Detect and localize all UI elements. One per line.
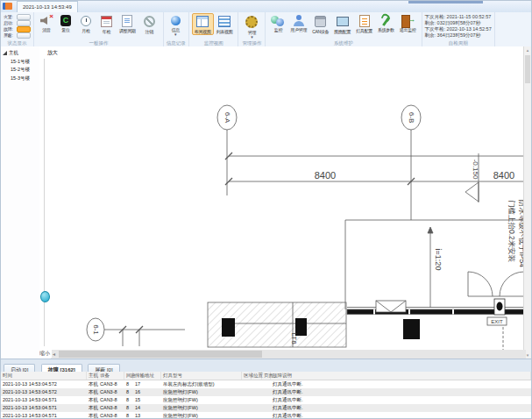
user-management-button[interactable]: 用户管理 [287, 13, 309, 33]
grid-label-6B: 6-B [408, 112, 415, 123]
table-cell: 8 [124, 404, 133, 412]
zoom-in-label: 放大 [47, 49, 58, 57]
table-cell [242, 412, 252, 419]
list-view-icon [218, 16, 231, 27]
level-marker-triangle [465, 182, 479, 202]
group-label: 管理操作 [241, 39, 262, 46]
monthly-check-button[interactable]: 月检 [75, 13, 96, 34]
mute-button[interactable]: 消音 [37, 13, 56, 33]
app-icon [3, 3, 12, 10]
column-header[interactable]: 时间 [1, 372, 87, 380]
monitor-button[interactable]: 监控 [268, 13, 287, 33]
titlebar-accent [408, 1, 483, 4]
table-cell: 本机 [87, 404, 98, 412]
table-row[interactable]: 2021-10-13 14:53:04.572本机CAN3-8816应急照明灯(… [1, 388, 531, 396]
table-cell [252, 412, 262, 419]
column-header[interactable]: 灯具型号 [161, 372, 242, 380]
table-row[interactable]: 2021-10-13 14:53:04.571本机CAN3-8813应急照明灯(… [1, 412, 531, 419]
dimension-left: 8400 [315, 170, 336, 181]
table-cell: 应急照明灯(FW) [161, 396, 242, 404]
column-header[interactable]: 回路 [124, 372, 133, 380]
can-device-button[interactable]: CAN设备 [309, 13, 331, 35]
tree-item-building-3[interactable]: 15-3号楼 [1, 73, 39, 82]
monitor-balls-icon [271, 14, 285, 27]
horizontal-scrollbar-thumb[interactable] [59, 351, 262, 358]
tree-root-host[interactable]: 主机 [1, 46, 39, 56]
status-label: 启动: [4, 20, 15, 25]
speaker-mute-icon [39, 14, 53, 27]
drawing-config-button[interactable]: 图面配置 [331, 13, 353, 35]
horizontal-scrollbar[interactable]: ◂ [51, 350, 526, 359]
tree-item-building-1[interactable]: 15-1号楼 [1, 56, 39, 65]
table-cell: 应急照明灯(FW) [161, 404, 242, 412]
table-row[interactable]: 2021-10-13 14:53:04.571本机CAN3-8815应急照明灯(… [1, 396, 531, 404]
tree-expand-icon[interactable] [3, 51, 7, 55]
table-cell [252, 388, 262, 396]
scroll-left-icon[interactable]: ◂ [53, 351, 55, 357]
vertical-scrollbar[interactable]: ▴ ▾ [523, 46, 531, 359]
exit-monitor-button[interactable]: 退出监控 [397, 13, 419, 33]
table-cell: 15 [133, 396, 161, 404]
ribbon-group-general: 消音 复位 月检 年检 调整周期 注销 一般操作 [34, 12, 164, 46]
column-header[interactable]: 主机 [87, 372, 98, 380]
shield-status-indicator [17, 32, 31, 39]
zoom-slider[interactable] [41, 59, 47, 346]
floorplan-canvas[interactable]: 6-A 6-B 6-1 8400 8400 -0.150 i=1:20 LT6 … [39, 46, 526, 359]
table-cell: 本机 [87, 412, 98, 419]
layout-view-button[interactable]: 布局视图 [192, 13, 214, 35]
dimension-right: 8400 [493, 170, 514, 181]
zoom-slider-thumb[interactable] [40, 291, 50, 302]
column-header[interactable]: 故障说明 [271, 372, 531, 380]
ribbon-group-views: 布局视图 列表视图 监控视图 [189, 12, 239, 46]
vertical-scrollbar-thumb[interactable] [525, 55, 530, 83]
column-header[interactable]: 位置 [252, 372, 262, 380]
ribbon-group-status: 火警: 启动: 故障: 屏蔽: 状态显示 [1, 12, 34, 46]
status-label: 屏蔽: [4, 32, 15, 38]
table-cell: 应急照明灯(FW) [161, 388, 242, 396]
info-button[interactable]: 信息▾ [167, 13, 185, 37]
zoom-out-label: 缩小 [39, 350, 52, 358]
reset-button[interactable]: 复位 [56, 13, 75, 33]
table-row[interactable]: 2021-10-13 14:53:04.571本机CAN3-8814应急照明灯(… [1, 404, 531, 412]
table-cell [242, 396, 252, 404]
prohibit-icon [144, 16, 155, 27]
table-cell [262, 404, 271, 412]
column [222, 318, 235, 337]
ribbon-group-manage: 管理▾ 管理操作 [238, 12, 266, 46]
column-header[interactable]: 传输地址 [133, 372, 161, 380]
table-cell: 2021-10-13 14:53:04.571 [1, 412, 87, 419]
status-label: 火警: [4, 14, 15, 19]
annual-check-button[interactable]: 年检 [96, 13, 117, 35]
table-cell: CAN3-8 [98, 412, 124, 419]
table-cell: 应急照明灯(FW) [161, 412, 242, 419]
manage-button[interactable]: 管理▾ [241, 13, 262, 39]
table-cell: 8 [124, 412, 133, 419]
logout-button[interactable]: 注销 [138, 13, 160, 35]
table-cell: 灯具通讯中断. [271, 412, 531, 419]
chevron-down-icon: ▾ [174, 32, 177, 36]
system-params-button[interactable]: 系统参数 [375, 13, 397, 33]
table-cell [262, 380, 271, 388]
lamp-config-button[interactable]: 灯具配置 [353, 13, 375, 34]
next-monthly-check: 下次月检: 2021-11-15 00:52:57 [425, 14, 492, 20]
column-header[interactable]: 设备 [98, 372, 124, 380]
status-label: 故障: [4, 26, 15, 32]
status-row-fire: 火警: [4, 14, 31, 19]
table-cell: 灯具通讯中断. [271, 404, 531, 412]
annual-remaining: 剩余: 364日23时59分07秒 [425, 32, 481, 39]
window-title: 2021-10-13 14:53:49 [17, 1, 78, 12]
table-cell: 吊装左向标志灯(嵌墙型) [161, 380, 242, 388]
tree-item-building-2[interactable]: 15-2号楼 [1, 65, 39, 74]
column-header[interactable]: 区域 [242, 372, 252, 380]
clock-icon [81, 16, 91, 26]
table-cell [242, 380, 252, 388]
table-cell: 灯具通讯中断. [271, 396, 531, 404]
column-header[interactable]: 页面 [262, 372, 271, 380]
table-cell: 2021-10-13 14:53:04.571 [1, 396, 87, 404]
adjust-cycle-button[interactable]: 调整周期 [117, 13, 138, 34]
table-row[interactable]: 2021-10-13 14:53:04.572本机CAN3-8817吊装左向标志… [1, 380, 531, 388]
table-cell: 8 [124, 388, 133, 396]
list-view-button[interactable]: 列表视图 [214, 13, 236, 35]
group-label: 系统维护 [268, 39, 418, 46]
scroll-up-icon[interactable]: ▴ [524, 47, 531, 53]
